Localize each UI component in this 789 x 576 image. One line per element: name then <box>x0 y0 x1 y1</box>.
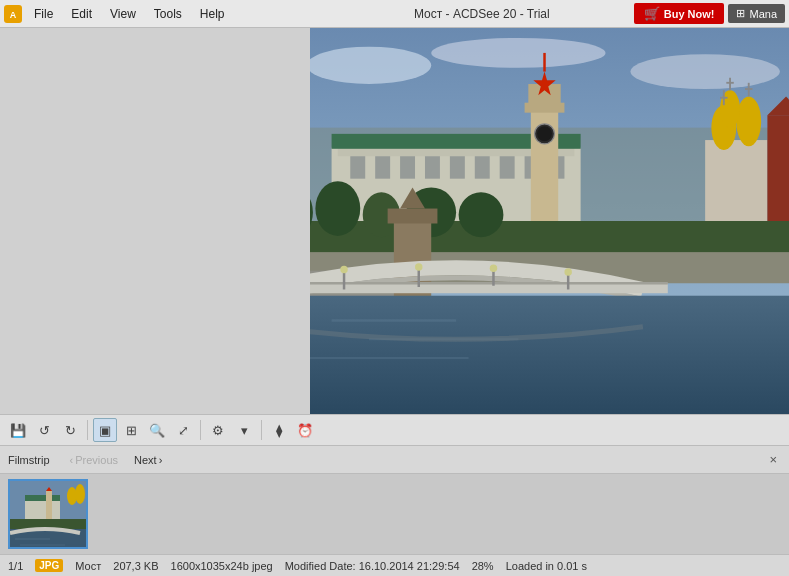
svg-point-40 <box>315 181 360 236</box>
filmstrip-label: Filmstrip <box>8 454 50 466</box>
svg-rect-14 <box>475 156 490 178</box>
svg-point-28 <box>736 96 761 146</box>
status-dimensions: 1600x1035x24b jpeg <box>171 560 273 572</box>
thumbnail-image <box>10 481 86 547</box>
svg-text:A: A <box>10 10 17 20</box>
status-modified-date: 16.10.2014 21:29:54 <box>359 560 460 572</box>
svg-point-56 <box>490 265 497 272</box>
toolbar-separator-3 <box>261 420 262 440</box>
svg-point-58 <box>564 268 571 275</box>
status-filesize: 207,3 KB <box>113 560 158 572</box>
toolbar-separator-2 <box>200 420 201 440</box>
status-load-time: Loaded in 0.01 s <box>506 560 587 572</box>
filmstrip-bar: Filmstrip ‹ Previous Next › × <box>0 446 789 474</box>
filmstrip-next-label: Next <box>134 454 157 466</box>
filmstrip-prev-button[interactable]: ‹ Previous <box>66 453 122 467</box>
manage-button[interactable]: ⊞ Mana <box>728 4 785 23</box>
svg-rect-12 <box>425 156 440 178</box>
filmstrip-prev-label: Previous <box>75 454 118 466</box>
buy-now-button[interactable]: 🛒 Buy Now! <box>634 3 725 24</box>
menu-help[interactable]: Help <box>192 5 233 23</box>
svg-point-3 <box>310 47 431 84</box>
rotate-left-button[interactable]: ↺ <box>32 418 56 442</box>
adjust-button[interactable]: ⧫ <box>267 418 291 442</box>
filmstrip-content <box>0 474 789 554</box>
svg-point-69 <box>75 484 85 504</box>
svg-rect-66 <box>46 491 52 519</box>
window-title: Мост - ACDSee 20 - Trial <box>330 7 634 21</box>
svg-rect-64 <box>25 499 60 521</box>
svg-point-23 <box>537 126 552 141</box>
view-normal-button[interactable]: ▣ <box>93 418 117 442</box>
status-modified-label: Modified Date: <box>285 560 356 572</box>
filmstrip-close-button[interactable]: × <box>765 450 781 469</box>
svg-rect-15 <box>500 156 515 178</box>
settings-dropdown-button[interactable]: ▾ <box>232 418 256 442</box>
svg-point-5 <box>630 54 779 89</box>
rotate-right-button[interactable]: ↻ <box>58 418 82 442</box>
toolbar-separator-1 <box>87 420 88 440</box>
svg-point-4 <box>431 38 605 68</box>
menu-view[interactable]: View <box>102 5 144 23</box>
svg-rect-9 <box>350 156 365 178</box>
save-button[interactable]: 💾 <box>6 418 30 442</box>
thumbnail-item[interactable] <box>8 479 88 549</box>
menu-tools[interactable]: Tools <box>146 5 190 23</box>
svg-rect-65 <box>25 495 60 501</box>
buy-icon: 🛒 <box>644 6 660 21</box>
svg-rect-11 <box>400 156 415 178</box>
svg-point-43 <box>459 192 504 237</box>
status-modified: Modified Date: 16.10.2014 21:29:54 <box>285 560 460 572</box>
chevron-right-icon: › <box>159 454 163 466</box>
title-bar-right: 🛒 Buy Now! ⊞ Mana <box>634 3 785 24</box>
view-grid-button[interactable]: ⊞ <box>119 418 143 442</box>
status-position: 1/1 <box>8 560 23 572</box>
status-zoom: 28% <box>472 560 494 572</box>
status-format-badge: JPG <box>35 559 63 572</box>
menu-edit[interactable]: Edit <box>63 5 100 23</box>
toolbar: 💾 ↺ ↻ ▣ ⊞ 🔍 ⤢ ⚙ ▾ ⧫ ⏰ <box>0 414 789 446</box>
viewer-area <box>0 28 789 414</box>
status-filename: Мост <box>75 560 101 572</box>
svg-rect-13 <box>450 156 465 178</box>
filmstrip-nav: ‹ Previous Next › <box>66 453 167 467</box>
svg-rect-59 <box>310 296 789 414</box>
image-container <box>310 28 789 414</box>
zoom-button[interactable]: 🔍 <box>145 418 169 442</box>
chevron-left-icon: ‹ <box>70 454 74 466</box>
svg-rect-10 <box>375 156 390 178</box>
svg-rect-47 <box>388 209 438 224</box>
menu-bar: File Edit View Tools Help <box>26 5 330 23</box>
settings-button[interactable]: ⚙ <box>206 418 230 442</box>
svg-point-52 <box>340 266 347 273</box>
grid-icon: ⊞ <box>736 7 745 20</box>
svg-point-54 <box>415 263 422 270</box>
app-icon: A <box>4 5 22 23</box>
status-bar: 1/1 JPG Мост 207,3 KB 1600x1035x24b jpeg… <box>0 554 789 576</box>
fit-window-button[interactable]: ⤢ <box>171 418 195 442</box>
menu-file[interactable]: File <box>26 5 61 23</box>
title-bar: A File Edit View Tools Help Мост - ACDSe… <box>0 0 789 28</box>
clock-button[interactable]: ⏰ <box>293 418 317 442</box>
svg-rect-49 <box>310 283 668 293</box>
filmstrip-next-button[interactable]: Next › <box>130 453 166 467</box>
